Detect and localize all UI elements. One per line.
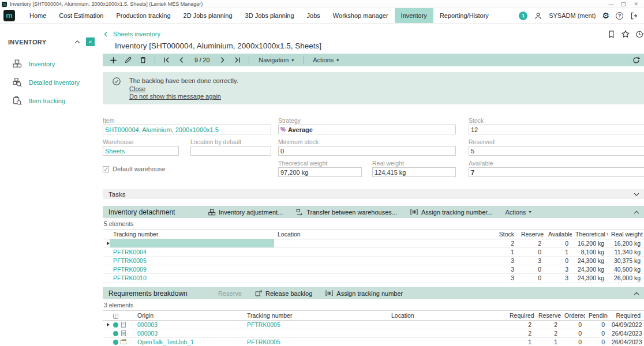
col-reserve[interactable]: Reserve xyxy=(535,311,561,321)
col-theoretical-weight[interactable]: Theoretical wei xyxy=(572,230,608,239)
detachment-actions-dropdown[interactable]: Actions▾ xyxy=(506,209,531,216)
col-required-date[interactable]: Required xyxy=(608,311,644,321)
row-selector[interactable] xyxy=(103,274,110,283)
requirement-row[interactable]: 000003220026/04/2023 xyxy=(103,329,644,338)
refresh-icon[interactable] xyxy=(630,54,642,66)
col-reserve[interactable]: Reserve xyxy=(518,230,545,239)
previous-record-icon[interactable] xyxy=(176,54,188,66)
col-origin-status[interactable]: ! xyxy=(110,311,134,321)
edit-record-icon[interactable] xyxy=(122,54,134,66)
tracking-number-cell[interactable]: PFTRK0004 xyxy=(110,248,274,257)
menu-item-reporting-history[interactable]: Reporting/History xyxy=(433,8,495,23)
location-cell[interactable] xyxy=(274,239,488,248)
minimize-window-icon[interactable]: — xyxy=(608,1,613,7)
collapse-sidebar-icon[interactable]: « xyxy=(86,37,95,46)
origin-cell[interactable]: 000003 xyxy=(134,329,244,338)
sidebar-item-detailed-inventory[interactable]: Detailed inventory xyxy=(0,74,98,91)
default-warehouse-checkbox[interactable]: ✓ Default warehouse xyxy=(103,166,271,172)
col-origin[interactable]: Origin xyxy=(134,311,244,321)
sidebar-collapse-chevron-up-icon[interactable] xyxy=(73,38,81,46)
origin-cell[interactable]: OpenTalk_TestJob_1 xyxy=(134,338,244,346)
tracking-number-cell[interactable] xyxy=(244,329,388,338)
history-clock-icon[interactable] xyxy=(635,30,644,39)
message-dont-show-link[interactable]: Do not show this message again xyxy=(129,93,238,100)
navigation-dropdown[interactable]: Navigation▾ xyxy=(255,57,297,63)
col-pending[interactable]: Pending xyxy=(585,311,608,321)
delete-record-icon[interactable] xyxy=(137,54,149,66)
row-selector[interactable] xyxy=(103,265,110,274)
col-available[interactable]: Available xyxy=(545,230,572,239)
location-cell[interactable] xyxy=(388,321,506,329)
strategy-field[interactable]: % Average xyxy=(278,125,456,134)
row-selector[interactable] xyxy=(103,239,110,248)
actions-dropdown[interactable]: Actions▾ xyxy=(309,57,342,63)
origin-cell[interactable]: 000003 xyxy=(134,321,244,329)
add-record-icon[interactable] xyxy=(107,54,119,66)
menu-item-cost-estimation[interactable]: Cost Estimation xyxy=(53,8,110,23)
col-ordered[interactable]: Ordered xyxy=(561,311,585,321)
star-icon[interactable] xyxy=(621,29,630,39)
row-selector[interactable] xyxy=(103,329,110,338)
tracking-number-cell[interactable]: PFTRK0005 xyxy=(244,321,388,329)
maximize-window-icon[interactable] xyxy=(621,2,626,6)
warehouse-field[interactable] xyxy=(103,146,179,156)
menu-item-workshop-manager[interactable]: Workshop manager xyxy=(327,8,395,23)
stock-field[interactable] xyxy=(469,125,644,134)
requirement-row[interactable]: OpenTalk_TestJob_1PFTRK0005110026/04/202… xyxy=(103,338,644,346)
row-selector[interactable] xyxy=(103,338,110,346)
available-field[interactable] xyxy=(469,167,644,177)
col-location[interactable]: Location xyxy=(388,311,506,321)
back-chevron-icon[interactable] xyxy=(103,31,109,37)
menu-item-inventory[interactable]: Inventory xyxy=(395,8,433,23)
first-record-icon[interactable] xyxy=(161,54,173,66)
assign-tracking-number-button[interactable]: Assign tracking number... xyxy=(410,208,493,216)
theoretical-weight-field[interactable] xyxy=(278,167,362,177)
chevron-down-icon[interactable] xyxy=(632,190,641,198)
detachment-row[interactable]: PFTRK000930324,300 kg40,500 kg xyxy=(103,265,644,274)
menu-item-jobs[interactable]: Jobs xyxy=(301,8,327,23)
tracking-number-cell[interactable]: PFTRK0010 xyxy=(110,274,274,283)
breadcrumb[interactable]: Sheets inventory xyxy=(103,31,160,37)
chevron-up-icon[interactable] xyxy=(632,208,641,216)
reserved-field[interactable] xyxy=(469,146,644,156)
bookmark-icon[interactable] xyxy=(607,30,616,39)
assign-tracking-number-button[interactable]: Assign tracking number xyxy=(325,289,403,297)
col-real-weight[interactable]: Real weight xyxy=(608,230,644,239)
row-selector[interactable] xyxy=(103,321,110,329)
col-required[interactable]: Required xyxy=(506,311,535,321)
detachment-row[interactable]: 22016,200 kg16,200 kg xyxy=(103,239,644,248)
next-record-icon[interactable] xyxy=(216,54,228,66)
tasks-section-header[interactable]: Tasks xyxy=(103,189,644,199)
notification-badge[interactable]: 1 xyxy=(519,12,527,20)
location-cell[interactable] xyxy=(274,274,488,283)
sidebar-item-inventory[interactable]: Inventory xyxy=(0,55,98,72)
location-by-default-field[interactable] xyxy=(190,146,271,156)
col-location[interactable]: Location xyxy=(274,230,488,239)
menu-item-production-tracking[interactable]: Production tracking xyxy=(110,8,177,23)
help-icon[interactable]: ? xyxy=(616,12,623,20)
tracking-number-cell[interactable]: PFTRK0009 xyxy=(110,265,274,274)
detachment-row[interactable]: PFTRK00041018,100 kg11,340 kg xyxy=(103,248,644,257)
menu-item-2d-jobs-planning[interactable]: 2D Jobs planning xyxy=(177,8,239,23)
requirement-row[interactable]: 000003PFTRK0005220004/09/2022 xyxy=(103,321,644,329)
minimum-stock-field[interactable] xyxy=(278,146,456,156)
tracking-number-cell[interactable] xyxy=(110,239,274,248)
location-cell[interactable] xyxy=(274,257,488,265)
sidebar-item-item-tracking[interactable]: Item tracking xyxy=(0,92,98,109)
location-cell[interactable] xyxy=(274,248,488,257)
tracking-number-cell[interactable]: PFTRK0005 xyxy=(244,338,388,346)
menu-item-home[interactable]: Home xyxy=(23,8,53,23)
menu-item-3d-jobs-planning[interactable]: 3D Jobs planning xyxy=(239,8,301,23)
transfer-between-warehouses-button[interactable]: Transfer between warehouses... xyxy=(295,208,397,216)
settings-gear-icon[interactable]: ⚙ xyxy=(602,12,609,20)
chevron-up-icon[interactable] xyxy=(632,289,641,298)
detachment-row[interactable]: PFTRK001030324,300 kg26,000 kg xyxy=(103,274,644,283)
row-selector[interactable] xyxy=(103,248,110,257)
app-logo[interactable]: m xyxy=(3,10,15,21)
message-close-link[interactable]: Close xyxy=(129,85,238,92)
real-weight-field[interactable] xyxy=(372,167,456,177)
location-cell[interactable] xyxy=(388,329,506,338)
location-cell[interactable] xyxy=(274,265,488,274)
item-field[interactable] xyxy=(103,125,271,134)
logout-icon[interactable] xyxy=(630,12,638,20)
